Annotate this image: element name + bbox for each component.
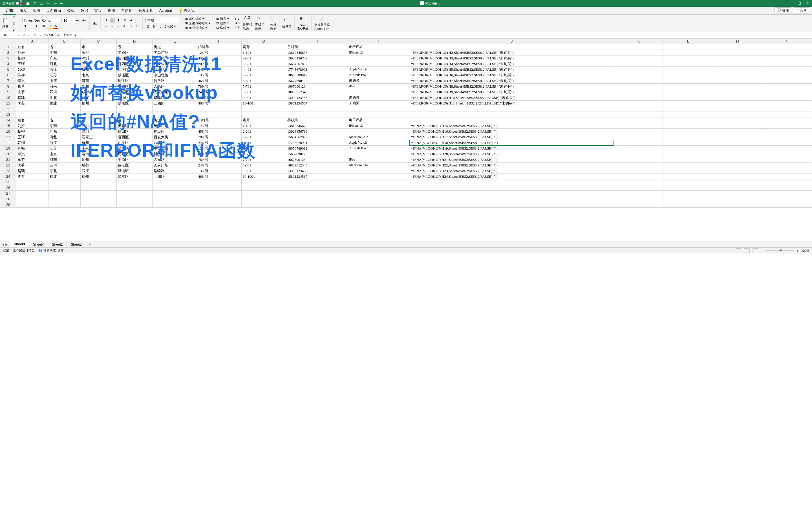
row-header[interactable]: 23	[0, 168, 16, 174]
cell[interactable]	[241, 179, 286, 185]
cell[interactable]: 区	[116, 44, 152, 50]
row-header[interactable]: 17	[0, 134, 16, 140]
cell[interactable]	[663, 157, 713, 163]
cell[interactable]	[762, 191, 812, 196]
tab-layout[interactable]: 页面布局	[43, 7, 64, 14]
column-header[interactable]: L	[663, 39, 713, 44]
cell[interactable]	[152, 196, 197, 202]
increase-decimal-icon[interactable]: .0→	[164, 24, 169, 29]
cell[interactable]: 鼓楼区	[116, 174, 152, 179]
cell[interactable]	[713, 61, 762, 67]
cell[interactable]	[614, 72, 663, 78]
cell[interactable]	[663, 129, 713, 134]
cell[interactable]	[81, 191, 116, 196]
cell[interactable]: 18889012345	[286, 89, 348, 95]
cell[interactable]	[16, 112, 49, 117]
row-header[interactable]: 15	[0, 123, 16, 129]
cell[interactable]: 246 号	[197, 67, 241, 72]
cell[interactable]: =IFNA(VLOOKUP(H18,Sheet4!$B$2:$E$8,2,FAL…	[410, 140, 614, 146]
cell[interactable]: 五四路	[152, 174, 197, 179]
cell[interactable]: 福州	[81, 174, 116, 179]
column-header[interactable]: C	[81, 39, 116, 44]
tab-view[interactable]: 视图	[105, 7, 118, 14]
cell[interactable]	[16, 191, 49, 196]
cell[interactable]	[241, 185, 286, 191]
cell[interactable]	[663, 146, 713, 151]
cell[interactable]	[81, 185, 116, 191]
cell[interactable]: 456 号	[197, 55, 241, 61]
cell[interactable]	[762, 179, 812, 185]
cell[interactable]: 河北	[49, 61, 81, 67]
cell[interactable]: 姓名	[16, 44, 49, 50]
cell[interactable]	[348, 185, 410, 191]
tab-home[interactable]: 开始	[3, 7, 16, 15]
cell[interactable]: 南京	[81, 72, 116, 78]
cell[interactable]	[762, 67, 812, 72]
cell[interactable]	[762, 185, 812, 191]
select-all-button[interactable]	[0, 39, 16, 44]
cell[interactable]	[663, 163, 713, 168]
italic-button[interactable]: I	[29, 24, 34, 29]
cell[interactable]: =IFERROR(VLOOKUP(H11,Sheet4!$B$2:$E$8,2,…	[410, 101, 614, 106]
cell[interactable]	[614, 55, 663, 61]
print-icon[interactable]	[40, 1, 43, 5]
cell[interactable]: 李燕	[16, 101, 49, 106]
cell[interactable]	[614, 117, 663, 123]
cell[interactable]: 芙蓉区	[116, 50, 152, 55]
column-header[interactable]: N	[762, 39, 812, 44]
cell[interactable]: 刘妍	[16, 123, 49, 129]
insert-cells-button[interactable]: ⊞ 插入 ▾	[216, 17, 229, 21]
cell[interactable]: 湖南	[49, 123, 81, 129]
cell[interactable]: 6-601	[241, 151, 286, 157]
cell[interactable]	[663, 61, 713, 67]
cell[interactable]: 福田路	[152, 129, 197, 134]
autosum-button[interactable]: Σ ▾	[235, 17, 240, 21]
cell[interactable]	[762, 89, 812, 95]
cell[interactable]: MacBook Pro	[348, 163, 410, 168]
cell[interactable]: 陈梅	[16, 72, 49, 78]
cell[interactable]: 7-701	[241, 83, 286, 89]
cell[interactable]	[762, 129, 812, 134]
cell[interactable]: 杭州	[81, 67, 116, 72]
cell[interactable]: 广东	[49, 129, 81, 134]
cell[interactable]: 135 号	[197, 146, 241, 151]
zoom-in-icon[interactable]: +	[797, 249, 798, 252]
cell[interactable]	[713, 202, 762, 208]
cell[interactable]: 南京	[81, 146, 116, 151]
column-header[interactable]: D	[116, 39, 152, 44]
cell[interactable]	[614, 112, 663, 117]
cell[interactable]: 洪山区	[116, 168, 152, 174]
cell[interactable]: 246 号	[197, 89, 241, 95]
cell[interactable]: 15801234567	[286, 174, 348, 179]
cell[interactable]	[286, 112, 348, 117]
cell[interactable]	[614, 174, 663, 179]
decrease-font-icon[interactable]: A▾	[82, 18, 87, 23]
cell[interactable]: 6-601	[241, 78, 286, 83]
cell[interactable]	[152, 106, 197, 112]
cell[interactable]	[762, 123, 812, 129]
cell[interactable]: iPhone 12	[348, 123, 410, 129]
cell[interactable]: 葛芳	[16, 83, 49, 89]
cell[interactable]: 13990123456	[286, 95, 348, 101]
cell[interactable]: 3-301	[241, 61, 286, 67]
cell[interactable]	[762, 83, 812, 89]
cell[interactable]	[663, 106, 713, 112]
cell[interactable]: 五四路	[152, 101, 197, 106]
cell[interactable]	[762, 61, 812, 67]
find-select-button[interactable]: 🔍 查找和 选择	[255, 16, 264, 31]
cell[interactable]: 9-901	[241, 168, 286, 174]
cell[interactable]	[348, 202, 410, 208]
cell[interactable]: 韩娜	[16, 140, 49, 146]
align-middle-icon[interactable]: ≡	[110, 18, 115, 23]
cell[interactable]	[663, 179, 713, 185]
cell[interactable]: 13923456789	[286, 129, 348, 134]
cell[interactable]: 韩娜	[16, 67, 49, 72]
cell[interactable]: 杨柳	[16, 55, 49, 61]
cell[interactable]: 16678901234	[286, 83, 348, 89]
cell[interactable]	[348, 55, 410, 61]
cell[interactable]: =IFERROR(VLOOKUP(H6,Sheet4!$B$2:$E$8,2,F…	[410, 72, 614, 78]
cell[interactable]: 市	[81, 44, 116, 50]
cell[interactable]	[762, 55, 812, 61]
cell[interactable]: 123 号	[197, 50, 241, 55]
cell[interactable]	[614, 123, 663, 129]
